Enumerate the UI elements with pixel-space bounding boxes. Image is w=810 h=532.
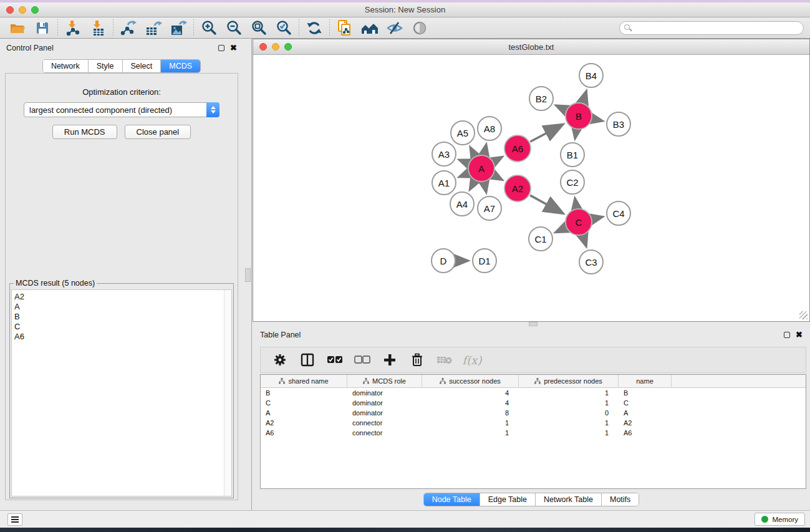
zoom-fit-button[interactable] — [246, 19, 271, 37]
graph-node-C4[interactable]: C4 — [606, 201, 631, 226]
zoom-selected-button[interactable] — [271, 19, 296, 37]
add-column-button[interactable] — [379, 351, 400, 369]
graph-node-A[interactable]: A — [468, 155, 495, 182]
export-network-button[interactable] — [116, 19, 141, 37]
apply-layout-button[interactable] — [302, 19, 327, 37]
vertical-splitter[interactable] — [243, 39, 253, 510]
network-canvas[interactable]: B4B2BB3A5A8A6A3B1AA1C2A2A4A7C4CC1C3DD1 — [254, 56, 809, 321]
edge-C-C3[interactable] — [583, 236, 586, 244]
graph-node-D[interactable]: D — [431, 248, 456, 273]
edge-C-C2[interactable] — [575, 200, 576, 208]
horizontal-splitter[interactable] — [253, 322, 810, 327]
zoom-in-button[interactable] — [196, 19, 221, 37]
splitter-grip[interactable] — [245, 268, 251, 282]
graph-node-B3[interactable]: B3 — [606, 112, 631, 137]
window-resize-grip[interactable] — [799, 311, 808, 319]
graph-node-C[interactable]: C — [565, 208, 592, 236]
graph-node-A2[interactable]: A2 — [504, 175, 531, 202]
result-item[interactable]: A — [14, 302, 231, 312]
edge-B-B3[interactable] — [593, 119, 601, 121]
edge-B-B2[interactable] — [557, 106, 566, 110]
graph-node-A3[interactable]: A3 — [432, 142, 456, 167]
import-table-button[interactable] — [85, 19, 110, 37]
table-row[interactable]: A6connector11A6 — [261, 428, 806, 438]
splitter-grip[interactable] — [529, 322, 538, 326]
export-image-button[interactable] — [166, 19, 191, 37]
table-row[interactable]: Bdominator41B — [261, 388, 806, 398]
export-table-button[interactable] — [141, 19, 166, 37]
hide-graphics-button[interactable] — [382, 19, 407, 37]
edge-C-C4[interactable] — [592, 217, 600, 219]
edge-A-A6[interactable] — [494, 158, 501, 162]
column-header-MCDS-role[interactable]: MCDS role — [347, 375, 422, 387]
edge-A-A8[interactable] — [485, 146, 486, 154]
edge-A-A3[interactable] — [461, 160, 468, 163]
edge-A2-C[interactable] — [530, 195, 562, 213]
close-panel-icon[interactable]: ✖ — [796, 332, 803, 338]
graph-node-C1[interactable]: C1 — [528, 226, 553, 251]
task-history-button[interactable] — [7, 513, 22, 526]
edge-A6-B[interactable] — [530, 125, 561, 142]
tab-node-table[interactable]: Node Table — [424, 493, 480, 506]
float-panel-icon[interactable] — [784, 332, 790, 338]
edge-B-B4[interactable] — [583, 93, 586, 102]
graph-node-A7[interactable]: A7 — [477, 196, 502, 221]
deselect-all-button[interactable] — [352, 351, 373, 369]
graph-node-C2[interactable]: C2 — [560, 170, 585, 195]
result-item[interactable]: A2 — [14, 292, 231, 302]
graph-node-B4[interactable]: B4 — [579, 63, 604, 88]
edge-A-A1[interactable] — [461, 173, 468, 176]
home-views-button[interactable] — [357, 19, 382, 37]
result-scrollbar[interactable] — [224, 290, 231, 496]
column-header-predecessor-nodes[interactable]: predecessor nodes — [519, 375, 619, 387]
graph-node-D1[interactable]: D1 — [472, 248, 497, 273]
graph-node-A6[interactable]: A6 — [504, 135, 531, 162]
close-panel-button[interactable]: Close panel — [125, 125, 191, 139]
tab-network-table[interactable]: Network Table — [536, 493, 602, 506]
edge-A-A5[interactable] — [471, 149, 475, 156]
edge-A-A4[interactable] — [471, 181, 475, 188]
graph-node-A1[interactable]: A1 — [432, 170, 456, 195]
function-builder-button[interactable]: f(x) — [461, 351, 483, 369]
open-session-button[interactable] — [5, 19, 30, 37]
tab-motifs[interactable]: Motifs — [602, 493, 639, 506]
search-input[interactable] — [619, 21, 804, 35]
graph-node-B1[interactable]: B1 — [560, 142, 585, 167]
graph-node-A8[interactable]: A8 — [477, 116, 502, 141]
edge-A-A2[interactable] — [494, 175, 501, 179]
graph-node-B[interactable]: B — [565, 102, 592, 130]
graph-node-A5[interactable]: A5 — [450, 120, 475, 145]
edge-C-C1[interactable] — [557, 228, 566, 231]
delete-table-button[interactable] — [434, 351, 455, 369]
tab-style[interactable]: Style — [89, 60, 123, 72]
mcds-result-list[interactable]: A2ABCA6 — [11, 289, 232, 496]
result-item[interactable]: C — [14, 322, 231, 332]
memory-button[interactable]: Memory — [755, 513, 805, 526]
tab-mcds[interactable]: MCDS — [161, 60, 200, 72]
show-graphics-button[interactable] — [407, 19, 432, 37]
close-panel-icon[interactable]: ✖ — [230, 45, 237, 51]
app-titlebar[interactable]: Session: New Session — [0, 2, 810, 17]
save-session-button[interactable] — [30, 19, 55, 37]
column-header-successor-nodes[interactable]: successor nodes — [422, 375, 519, 387]
run-mcds-button[interactable]: Run MCDS — [52, 125, 117, 139]
import-network-button[interactable] — [60, 19, 85, 37]
edge-B-B1[interactable] — [576, 130, 577, 137]
clone-network-button[interactable] — [332, 19, 357, 37]
result-item[interactable]: A6 — [14, 332, 231, 342]
result-item[interactable]: B — [14, 312, 231, 322]
column-header-name[interactable]: name — [619, 375, 672, 387]
column-header-shared-name[interactable]: shared name — [261, 375, 347, 387]
column-chooser-button[interactable] — [297, 351, 318, 369]
table-row[interactable]: Adominator80A — [261, 408, 806, 418]
graph-node-B2[interactable]: B2 — [529, 86, 554, 111]
float-panel-icon[interactable] — [218, 45, 224, 51]
tab-edge-table[interactable]: Edge Table — [480, 493, 536, 506]
delete-column-button[interactable] — [407, 351, 428, 369]
table-row[interactable]: A2connector11A2 — [261, 418, 806, 428]
node-table[interactable]: shared nameMCDS rolesuccessor nodesprede… — [260, 374, 806, 489]
tab-select[interactable]: Select — [123, 60, 162, 72]
zoom-out-button[interactable] — [221, 19, 246, 37]
tab-network[interactable]: Network — [43, 60, 89, 72]
table-row[interactable]: Cdominator41C — [261, 398, 806, 408]
